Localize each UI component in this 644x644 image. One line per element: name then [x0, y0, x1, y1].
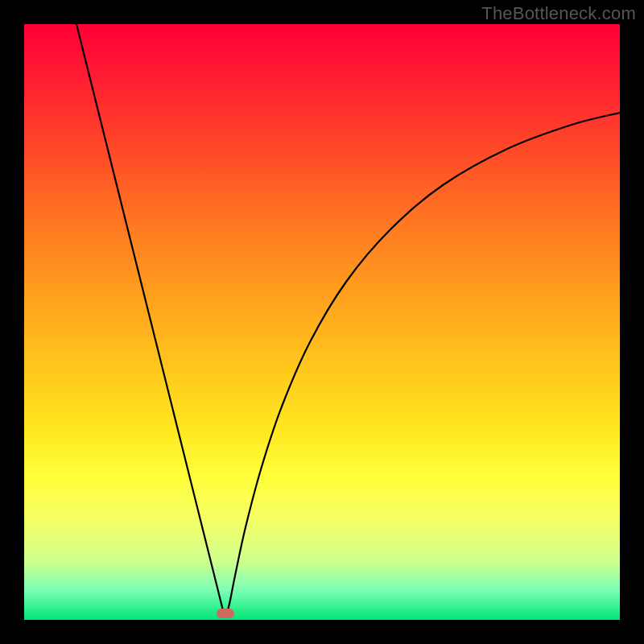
plot-area: [24, 24, 620, 620]
watermark-text: TheBottleneck.com: [481, 3, 636, 24]
minimum-marker: [217, 609, 234, 618]
bottleneck-curve: [24, 24, 620, 620]
outer-frame: TheBottleneck.com: [0, 0, 644, 644]
curve-path: [76, 24, 620, 616]
